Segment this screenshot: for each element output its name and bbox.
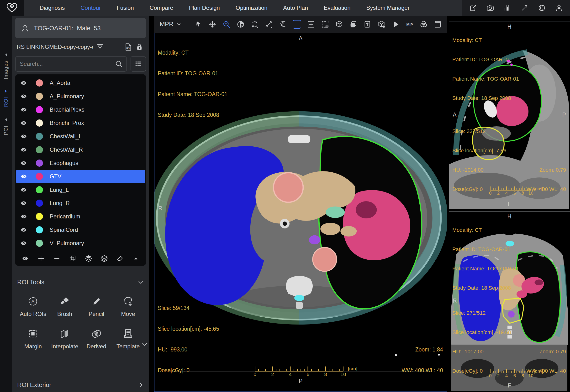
collapse-icon[interactable]	[132, 254, 140, 263]
app-logo[interactable]	[0, 0, 24, 16]
visibility-icon[interactable]	[20, 240, 30, 247]
roi-color-dot[interactable]	[36, 173, 43, 180]
roi-color-dot[interactable]	[36, 186, 43, 193]
visibility-icon[interactable]	[20, 160, 30, 167]
visibility-icon[interactable]	[20, 226, 30, 233]
visibility-icon[interactable]	[20, 120, 30, 126]
crosshair-grid-icon[interactable]	[307, 20, 315, 28]
roi-color-dot[interactable]	[36, 226, 43, 233]
visibility-icon[interactable]	[21, 254, 29, 263]
roi-color-dot[interactable]	[36, 159, 43, 167]
cursor-icon[interactable]	[194, 20, 203, 28]
collapse-poi-icon[interactable]	[4, 117, 8, 122]
tool-derived[interactable]: Derived	[81, 328, 112, 350]
roi-row[interactable]: A_Aorta	[16, 76, 145, 90]
measure-icon[interactable]	[264, 20, 273, 28]
nav-fusion[interactable]: Fusion	[117, 4, 134, 11]
nav-auto-plan[interactable]: Auto Plan	[283, 4, 308, 11]
select-region-icon[interactable]	[321, 20, 329, 28]
rail-tab-roi[interactable]: ROI	[3, 97, 9, 107]
camera-icon[interactable]	[486, 4, 495, 12]
rotate-icon[interactable]	[250, 20, 259, 28]
play-icon[interactable]	[391, 20, 400, 28]
window-level-icon[interactable]	[236, 20, 245, 28]
visibility-icon[interactable]	[20, 80, 30, 86]
visibility-icon[interactable]	[20, 173, 30, 180]
mip-icon[interactable]: MIP	[405, 20, 414, 28]
roi-color-dot[interactable]	[36, 240, 43, 247]
rail-tab-images[interactable]: Images	[3, 61, 9, 79]
user-icon[interactable]	[555, 4, 563, 12]
duplicate-icon[interactable]	[68, 254, 77, 263]
roi-color-dot[interactable]	[36, 146, 43, 153]
roi-tools-header[interactable]: ROI Tools	[17, 279, 144, 286]
search-icon[interactable]	[111, 56, 127, 71]
visibility-icon[interactable]	[20, 93, 30, 100]
nav-contour[interactable]: Contour	[80, 4, 101, 11]
tool-brush[interactable]: Brush	[49, 296, 81, 317]
roi-row[interactable]: Pericardium	[16, 210, 145, 223]
duplicate-view-icon[interactable]	[349, 20, 358, 28]
tool-auto-rois[interactable]: AAuto ROIs	[17, 296, 49, 317]
collapse-images-icon[interactable]	[4, 53, 8, 57]
rail-tab-poi[interactable]: POI	[3, 126, 9, 135]
list-view-icon[interactable]	[131, 56, 146, 71]
dropdown-icon[interactable]	[96, 43, 103, 51]
roi-color-dot[interactable]	[36, 79, 43, 86]
tool-move[interactable]: Move	[112, 296, 144, 317]
roi-exterior-row[interactable]: ROI Exterior	[15, 379, 146, 390]
cube-options-icon[interactable]	[377, 20, 386, 28]
layers-outline-icon[interactable]	[100, 254, 109, 263]
export-view-icon[interactable]	[363, 20, 372, 28]
template-chevron-down-icon[interactable]	[142, 341, 148, 347]
rx-document-icon[interactable]: RX	[124, 43, 132, 51]
visibility-icon[interactable]	[20, 186, 30, 193]
tool-template[interactable]: Template	[112, 328, 144, 350]
share-icon[interactable]	[469, 4, 477, 12]
histogram-icon[interactable]	[503, 4, 512, 12]
roi-color-dot[interactable]	[36, 119, 43, 126]
roi-row[interactable]: ChestWall_L	[16, 130, 145, 143]
roi-row[interactable]: SpinalCord	[16, 223, 145, 237]
visibility-icon[interactable]	[20, 106, 30, 113]
roi-row[interactable]: A_Pulmonary	[16, 90, 145, 103]
viewport-sagittal[interactable]: Modality: CT Patient ID: TOG-OAR-01 Pati…	[449, 21, 570, 209]
layout-mode-dropdown[interactable]: MPR	[158, 20, 183, 28]
visibility-icon[interactable]	[20, 146, 30, 153]
roi-row[interactable]: ChestWall_R	[16, 143, 145, 156]
nav-optimization[interactable]: Optimization	[235, 4, 267, 11]
roi-row[interactable]: V_Pulmonary	[16, 237, 145, 250]
layers-filled-icon[interactable]	[84, 254, 93, 263]
roi-row[interactable]: Lung_R	[16, 196, 145, 210]
chevron-down-icon[interactable]	[138, 279, 144, 285]
tool-pencil[interactable]: Pencil	[81, 296, 112, 317]
viewport-coronal[interactable]: Modality: CT Patient ID: TOG-OAR-01 Pati…	[449, 211, 570, 391]
search-input[interactable]	[15, 61, 111, 67]
info-icon[interactable]	[293, 20, 301, 28]
remove-icon[interactable]	[53, 254, 61, 263]
structure-set-name[interactable]: RS LINKINGMED-copy-copy-c	[17, 44, 93, 50]
nav-system-manager[interactable]: System Manager	[366, 4, 409, 11]
cube-icon[interactable]	[335, 20, 343, 28]
roi-row[interactable]: Lung_L	[16, 183, 145, 196]
tool-margin[interactable]: Margin	[17, 328, 49, 350]
visibility-icon[interactable]	[20, 213, 30, 220]
nav-evaluation[interactable]: Evaluation	[324, 4, 351, 11]
report-icon[interactable]	[434, 20, 442, 28]
fusion-icon[interactable]	[419, 20, 428, 28]
roi-row[interactable]: Bronchi_Prox	[16, 116, 145, 130]
roi-row[interactable]: Esophagus	[16, 156, 145, 170]
add-icon[interactable]	[37, 254, 45, 263]
tool-interpolate[interactable]: Interpolate	[49, 328, 81, 350]
lock-icon[interactable]	[136, 43, 143, 51]
roi-color-dot[interactable]	[36, 213, 43, 220]
globe-icon[interactable]	[538, 4, 546, 12]
nav-plan-design[interactable]: Plan Design	[189, 4, 220, 11]
nav-diagnosis[interactable]: Diagnosis	[40, 4, 65, 11]
roi-row-selected[interactable]: GTV	[16, 170, 145, 183]
nav-compare[interactable]: Compare	[150, 4, 173, 11]
zoom-icon[interactable]	[222, 20, 231, 28]
pan-icon[interactable]	[208, 20, 217, 28]
viewport-axial[interactable]: Modality: CT Patient ID: TOG-OAR-01 Pati…	[154, 33, 447, 392]
visibility-icon[interactable]	[20, 200, 30, 207]
